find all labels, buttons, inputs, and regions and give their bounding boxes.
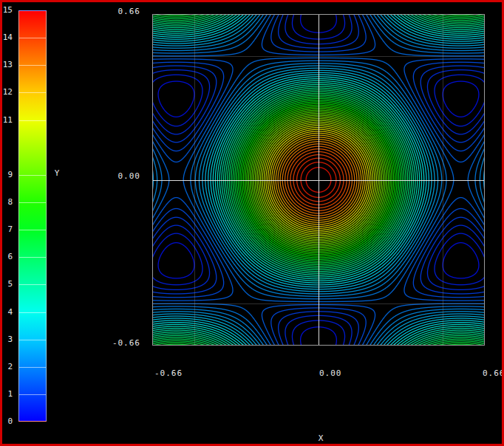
colorbar-tick-label: 1 (2, 390, 13, 399)
colorbar-tick-label: 7 (2, 225, 13, 234)
x-tick-right: 0.66 (483, 369, 504, 378)
colorbar-separator (19, 65, 46, 66)
colorbar-tick-label: 14 (2, 33, 13, 42)
y-tick-top: 0.66 (89, 7, 140, 16)
colorbar-tick-label: 3 (2, 335, 13, 344)
colorbar-tick-label: 13 (2, 61, 13, 69)
colorbar-separator (19, 394, 46, 395)
colorbar-tick-label: 8 (2, 198, 13, 207)
y-axis-title: Y (52, 169, 62, 178)
x-axis-title: X (316, 434, 326, 443)
colorbar-tick-label: 12 (2, 88, 13, 97)
colorbar-separator (19, 230, 46, 230)
colorbar-separator (19, 202, 46, 203)
x-tick-left: -0.66 (154, 369, 187, 378)
y-tick-bottom: -0.66 (89, 339, 140, 348)
colorbar-separator (19, 284, 46, 285)
colorbar-separator (19, 340, 46, 340)
colorbar-tick-label: 2 (2, 363, 13, 371)
colorbar-separator (19, 175, 46, 176)
plot-frame (152, 14, 485, 346)
colorbar-separator (19, 257, 46, 258)
colorbar-separator (19, 312, 46, 313)
colorbar-separator (19, 120, 46, 121)
contour-plot-window: 15141312119876543210 Y 0.66 0.00 -0.66 -… (0, 0, 504, 446)
colorbar-tick-label: 9 (2, 171, 13, 179)
contour-plot-canvas (153, 15, 484, 345)
x-tick-middle: 0.00 (319, 369, 349, 378)
colorbar (18, 10, 47, 422)
colorbar-tick-label: 5 (2, 280, 13, 289)
colorbar-separator (19, 367, 46, 368)
colorbar-tick-label: 4 (2, 308, 13, 317)
colorbar-tick-label: 0 (2, 417, 13, 426)
colorbar-separator (19, 92, 46, 93)
colorbar-tick-label: 15 (2, 6, 13, 15)
colorbar-tick-label: 11 (2, 116, 13, 125)
colorbar-separator (19, 38, 46, 38)
colorbar-labels: 15141312119876543210 (2, 2, 17, 444)
y-tick-middle: 0.00 (89, 172, 140, 181)
colorbar-tick-label: 6 (2, 253, 13, 261)
